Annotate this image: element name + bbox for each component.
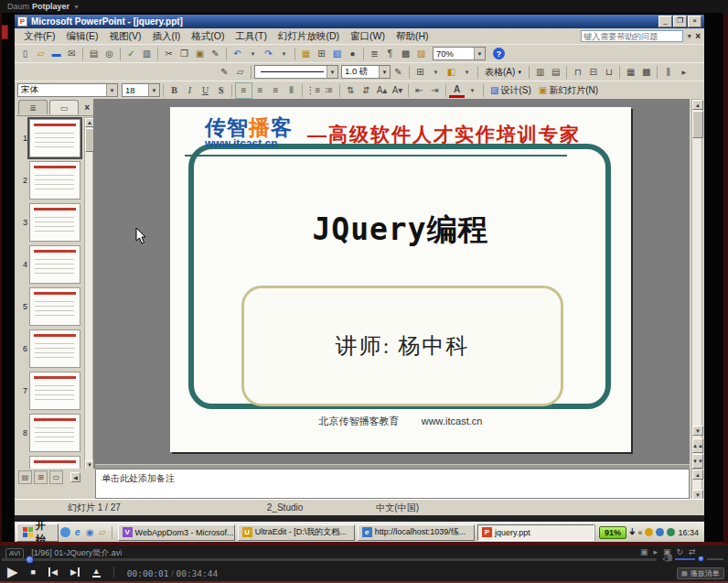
menubar-close-icon[interactable]: × <box>695 31 701 41</box>
maximize-button[interactable]: ❐ <box>673 16 687 27</box>
quicklaunch-daum-icon[interactable] <box>59 525 71 539</box>
spelling-icon[interactable]: ✓ <box>123 47 139 61</box>
menu-insert[interactable]: 插入(I) <box>146 29 186 44</box>
thumbnail-slide-7[interactable] <box>29 372 80 410</box>
thumbnail-row[interactable]: 7 <box>18 372 82 410</box>
help-dropdown-icon[interactable]: ▼ <box>686 33 692 39</box>
draw-table-icon[interactable]: ✎ <box>217 65 232 80</box>
research-icon[interactable]: ▥ <box>139 47 155 61</box>
slides-tab[interactable]: ▭ <box>49 100 79 114</box>
scroll-up-icon[interactable]: ▲ <box>85 118 93 127</box>
close-button[interactable]: × <box>688 16 701 27</box>
thumbnail-row[interactable]: 4 <box>18 245 82 284</box>
increase-indent-button[interactable]: ⇥ <box>427 83 443 98</box>
font-name-combo[interactable]: 宋体▼ <box>17 83 118 97</box>
thumbnail-row[interactable]: 9 <box>18 456 82 469</box>
next-button[interactable]: ▶ <box>70 567 80 577</box>
borders-icon[interactable]: ⊞ <box>412 65 428 80</box>
menu-file[interactable]: 文件(F) <box>18 29 60 44</box>
italic-button[interactable]: I <box>182 83 198 98</box>
insert-hyperlink-icon[interactable]: ● <box>345 47 360 61</box>
bold-button[interactable]: B <box>166 83 182 98</box>
underline-button[interactable]: U <box>198 83 213 98</box>
center-vertically-icon[interactable]: ⊟ <box>585 65 601 80</box>
align-center-button[interactable]: ≡ <box>252 83 268 98</box>
menu-tools[interactable]: 工具(T) <box>230 29 273 44</box>
line-width-combo[interactable]: 1.0 磅▼ <box>341 65 391 79</box>
lecturer-box[interactable]: 讲师: 杨中科 <box>241 286 563 406</box>
design-button[interactable]: ▨ 设计(S) <box>487 84 535 97</box>
shadow-button[interactable]: S <box>213 83 229 98</box>
color-scheme-icon[interactable]: ▨ <box>413 47 429 61</box>
quicklaunch-msn-icon[interactable]: ◉ <box>84 525 97 539</box>
thumbnail-row[interactable]: 1 <box>18 119 82 157</box>
notes-scrollbar[interactable]: ▲ ▼ <box>691 469 702 499</box>
slide-sorter-button[interactable]: ⊞ <box>34 470 48 484</box>
stop-button[interactable]: ■ <box>31 567 36 577</box>
fill-color-icon[interactable]: ◧ <box>444 65 459 80</box>
redo-icon[interactable]: ↷ <box>261 47 276 61</box>
thumbnail-slide-1[interactable] <box>29 119 80 157</box>
battery-indicator[interactable]: 91% <box>599 526 626 539</box>
playlist-button[interactable]: ▤ 播放清单 <box>677 567 724 579</box>
align-right-button[interactable]: ≡ <box>268 83 284 98</box>
expand-all-icon[interactable]: ≣ <box>367 47 382 61</box>
print-preview-icon[interactable]: ◎ <box>102 47 117 61</box>
cut-icon[interactable]: ✂ <box>161 47 177 61</box>
menu-window[interactable]: 窗口(W) <box>345 29 391 44</box>
distribute-rows-icon[interactable]: ▦ <box>623 65 638 80</box>
taskbar-button-ultraedit[interactable]: U UltraEdit - [D:\我的文档... <box>238 524 355 541</box>
bullet-list-button[interactable]: ∶≡ <box>321 83 337 98</box>
line-spacing-down-icon[interactable]: ⇵ <box>359 83 374 98</box>
taskbar-button-jqueryppt[interactable]: P jquery.ppt <box>477 524 594 541</box>
more-buttons-icon[interactable]: ▶ <box>676 65 691 80</box>
table-menu-button[interactable]: 表格(A) ▼ <box>481 66 526 79</box>
numbered-list-button[interactable]: ⋮≡ <box>305 83 321 98</box>
slide-title[interactable]: JQuery编程 <box>170 210 631 251</box>
line-style-combo[interactable]: ▼ <box>254 65 338 79</box>
scroll-up-icon[interactable]: ▲ <box>692 470 703 480</box>
eraser-icon[interactable]: ▱ <box>232 65 248 80</box>
mail-icon[interactable]: ✉ <box>64 47 80 61</box>
insert-table-icon[interactable]: ⊞ <box>314 47 329 61</box>
align-left-button[interactable]: ≡ <box>235 82 252 99</box>
office-help-icon[interactable]: ? <box>493 48 505 59</box>
hscroll-left-icon[interactable]: ◀ <box>70 472 80 482</box>
show-formatting-icon[interactable]: ¶ <box>382 47 398 61</box>
zoom-combo[interactable]: 70%▼ <box>433 47 486 60</box>
line-spacing-up-icon[interactable]: ⇅ <box>343 83 359 98</box>
play-small-icon[interactable]: ▸ <box>654 547 658 556</box>
thumbnail-row[interactable]: 6 <box>18 329 82 368</box>
volume-icon[interactable]: ◁⦀ <box>662 554 672 564</box>
quicklaunch-ie-icon[interactable]: e <box>71 525 84 539</box>
menu-help[interactable]: 帮助(H) <box>391 29 434 44</box>
menu-edit[interactable]: 编辑(E) <box>60 29 103 44</box>
seek-bar[interactable] <box>2 558 657 561</box>
slide-canvas[interactable]: 传智播客 www.itcast.cn —高级软件人才实作培训专家 JQuery编… <box>170 107 631 452</box>
increase-font-button[interactable]: A▴ <box>374 83 390 98</box>
distribute-columns-icon[interactable]: ▩ <box>638 65 654 80</box>
prev-frame-icon[interactable]: ▣ <box>640 547 648 556</box>
scroll-down-icon[interactable]: ▼ <box>85 460 93 469</box>
font-size-combo[interactable]: 18▼ <box>122 83 160 97</box>
thumbnail-slide-6[interactable] <box>29 329 80 368</box>
outline-tab[interactable]: ≣ <box>18 100 48 114</box>
panel-close-icon[interactable]: × <box>84 103 90 113</box>
menu-format[interactable]: 格式(O) <box>186 29 230 44</box>
volume-knob[interactable] <box>698 556 704 562</box>
print-icon[interactable]: ▤ <box>86 47 102 61</box>
previous-button[interactable]: ◀ <box>48 567 58 577</box>
new-slide-button[interactable]: ▣ 新幻灯片(N) <box>535 84 602 97</box>
redo-dropdown-icon[interactable]: ▼ <box>276 47 292 61</box>
minimize-button[interactable]: _ <box>658 16 672 27</box>
decrease-font-button[interactable]: A▾ <box>390 83 405 98</box>
menu-view[interactable]: 视图(V) <box>103 29 146 44</box>
menu-slideshow[interactable]: 幻灯片放映(D) <box>273 29 345 44</box>
previous-slide-button[interactable]: ▲▲ <box>692 438 703 453</box>
borders-dropdown-icon[interactable]: ▼ <box>428 65 444 80</box>
scrollbar-thumb[interactable] <box>85 128 93 152</box>
scroll-up-icon[interactable]: ▲ <box>692 100 703 110</box>
undo-icon[interactable]: ↶ <box>230 47 245 61</box>
tray-clock[interactable]: 16:34 <box>678 528 699 537</box>
next-slide-button[interactable]: ▼▼ <box>692 454 703 469</box>
